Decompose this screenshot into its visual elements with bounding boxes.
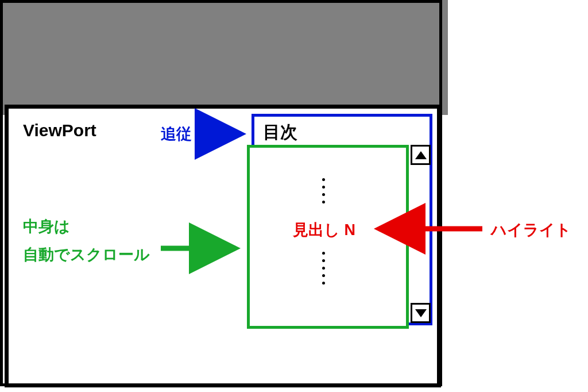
triangle-up-icon bbox=[415, 151, 427, 159]
diagram-canvas: ViewPort 目次 見出し N 追従 中身は 自動でスクロール bbox=[0, 0, 588, 392]
viewport-label: ViewPort bbox=[23, 121, 96, 140]
arrow-follow-icon bbox=[195, 124, 258, 147]
follow-label: 追従 bbox=[161, 124, 192, 144]
autoscroll-line2: 自動でスクロール bbox=[23, 246, 150, 263]
arrow-highlight-icon bbox=[368, 218, 488, 241]
ellipsis-icon bbox=[322, 252, 325, 285]
current-heading: 見出し N bbox=[293, 220, 355, 240]
toc-title: 目次 bbox=[263, 121, 297, 144]
autoscroll-label: 中身は 自動でスクロール bbox=[23, 213, 150, 268]
arrow-autoscroll-icon bbox=[161, 238, 253, 261]
highlight-label: ハイライト bbox=[491, 220, 571, 240]
autoscroll-line1: 中身は bbox=[23, 218, 70, 235]
scroll-down-button[interactable] bbox=[411, 303, 431, 323]
scroll-up-button[interactable] bbox=[411, 145, 431, 165]
ellipsis-icon bbox=[322, 178, 325, 203]
triangle-down-icon bbox=[415, 309, 427, 317]
